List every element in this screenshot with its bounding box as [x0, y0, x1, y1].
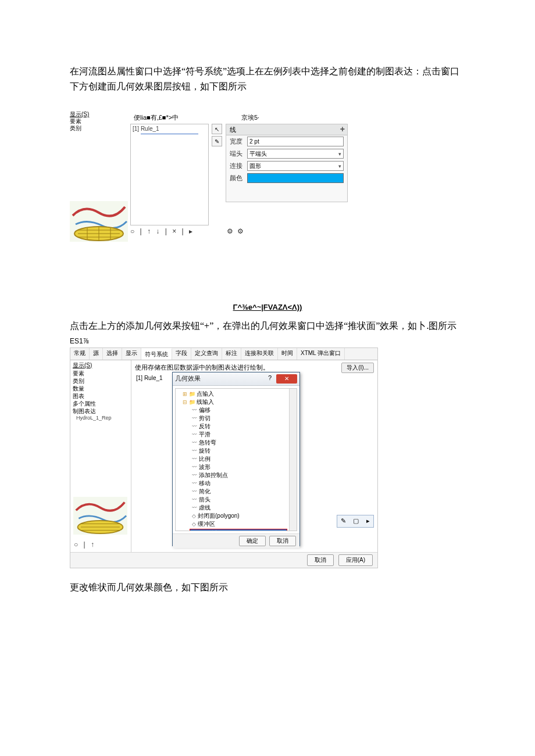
leftcat-features[interactable]: 要素 [73, 370, 129, 377]
mini-tool-pen-icon[interactable]: ✎ [341, 517, 346, 525]
fig2-show-header: 显示(S) [73, 361, 129, 370]
effect-dash[interactable]: 虚线 [199, 504, 211, 512]
tab-xtml[interactable]: XTML 弹出窗口 [297, 348, 345, 360]
group-point-input[interactable]: 点输入 [197, 390, 214, 397]
leftcat-rep-hydro[interactable]: HydroL_1_Rep [73, 415, 129, 421]
folder-icon: ⊞ 📁 [183, 391, 195, 397]
rule-list-2[interactable]: [1] Rule_1 [135, 374, 169, 385]
add-geometry-effect-button[interactable]: + [340, 124, 345, 134]
leftcat-representation[interactable]: 制图表达 [73, 407, 129, 415]
tab-fields[interactable]: 字段 [172, 348, 191, 360]
polygon-icon: ◇ [203, 529, 207, 531]
effect-enclosing-polygon[interactable]: 封闭面(polygon) [198, 512, 240, 520]
fig1-bottom-toolbar[interactable]: ○ | ↑ ↓ | × | ▸ [130, 227, 194, 235]
tab-labels[interactable]: 标注 [222, 348, 241, 360]
dialog-titlebar: 几何效果 ? ✕ [173, 372, 299, 386]
leftcat-categories[interactable]: 类别 [73, 377, 129, 385]
dialog-close-button[interactable]: ✕ [276, 374, 297, 384]
line-effect-icon: 〰 [192, 439, 197, 447]
fig1-tool-column: ↖ ✎ [212, 124, 222, 148]
fig1-header-show: 显示(S) [70, 111, 89, 117]
effect-cut[interactable]: 剪切 [199, 414, 211, 422]
line-effect-icon: 〰 [192, 504, 197, 512]
tab-selection[interactable]: 选择 [103, 348, 122, 360]
line-effect-icon: 〰 [192, 406, 197, 414]
paragraph-3: 更改锥状而几何效果颜色，如下图所示 [70, 580, 465, 595]
fig1-header-categories: 类别 [70, 125, 102, 132]
width-input[interactable]: 2 pt [247, 137, 344, 146]
figure-1-symbol-system: 显示(S) 要素 类别 便lia■有,£■*>中 京埃5· [1] Rule_1… [70, 111, 349, 262]
fig1-top-label-garbled: 便lia■有,£■*>中 [134, 113, 179, 122]
effect-tapered-polygon-selected[interactable]: ◇锥状面 [190, 529, 287, 531]
map-preview-icon-2 [73, 497, 128, 535]
garbled-label-es1: ES1⅞ [70, 337, 465, 345]
tab-joins[interactable]: 连接和关联 [241, 348, 278, 360]
mini-tool-rect-icon[interactable]: ▢ [353, 517, 359, 525]
tool-arrow-icon[interactable]: ↖ [212, 124, 222, 134]
tab-source[interactable]: 源 [90, 348, 103, 360]
line-effect-icon: 〰 [192, 479, 197, 488]
color-swatch[interactable] [247, 173, 344, 183]
effect-reverse[interactable]: 反转 [199, 422, 211, 431]
panel-tab-line[interactable]: 线 [230, 126, 236, 134]
rule-list[interactable]: [1] Rule_1 [130, 124, 209, 225]
effect-simplify[interactable]: 简化 [199, 488, 211, 496]
dialog-title: 几何效果 [175, 374, 265, 383]
effect-jog[interactable]: 急转弯 [199, 439, 216, 447]
line-effect-icon: 〰 [192, 471, 197, 479]
tree-scrollbar[interactable] [289, 389, 297, 531]
cap-label: 端头 [230, 149, 247, 158]
line-effect-icon: 〰 [192, 431, 197, 439]
leftcat-charts[interactable]: 图表 [73, 392, 129, 400]
effect-move[interactable]: 移动 [199, 479, 211, 488]
effect-smooth[interactable]: 平滑 [199, 431, 211, 439]
tool-pen-icon[interactable]: ✎ [212, 136, 222, 146]
group-line-input[interactable]: 线输入 [197, 399, 214, 405]
effect-addctrl[interactable]: 添加控制点 [199, 471, 228, 479]
geometry-effect-dialog: 几何效果 ? ✕ ⊞ 📁点输入 ⊟ 📁线输入 〰偏移 〰剪切 〰反转 〰平滑 〰… [172, 372, 300, 546]
dialog-ok-button[interactable]: 确定 [239, 536, 266, 546]
line-effect-icon: 〰 [192, 488, 197, 496]
effect-arrow[interactable]: 箭头 [199, 496, 211, 504]
figure-2-geometry-effect-dialog: 常规 源 选择 显示 符号系统 字段 定义查询 标注 连接和关联 时间 XTML… [70, 347, 378, 568]
polygon-icon: ◇ [192, 512, 196, 520]
paragraph-1: 在河流图丛属性窗口中选择“符号系统”选项上在左例列表中选择之前创建的制图表达：点… [70, 64, 465, 94]
footer-apply-button[interactable]: 应用(A) [338, 554, 373, 566]
dialog-cancel-button[interactable]: 取消 [269, 536, 296, 546]
mini-tool-play-icon[interactable]: ▸ [366, 517, 370, 525]
effect-buffer[interactable]: 缓冲区 [198, 520, 215, 528]
cap-dropdown[interactable]: 平端头 [247, 149, 344, 159]
effect-rotate[interactable]: 旋转 [199, 447, 211, 455]
layer-properties-footer: 取消 应用(A) [70, 552, 377, 568]
paragraph-2: 点击左上方的添加几何效果按钮“+”，在弹出的几何效果窗口中选择“推状面”效果，如… [70, 318, 465, 334]
dialog-help-icon[interactable]: ? [265, 374, 274, 384]
fig1-bottom-toolbar-2[interactable]: ⚙ ⚙ [227, 227, 245, 235]
leftcat-multiattr[interactable]: 多个属性 [73, 400, 129, 407]
footer-cancel-button[interactable]: 取消 [307, 554, 334, 566]
tab-general[interactable]: 常规 [70, 348, 90, 360]
folder-icon: ⊟ 📁 [183, 399, 195, 405]
leftcat-quantities[interactable]: 数量 [73, 385, 129, 392]
tab-display[interactable]: 显示 [122, 348, 141, 360]
effect-offset[interactable]: 偏移 [199, 406, 211, 414]
effect-scale[interactable]: 比例 [199, 455, 211, 463]
tab-symbology[interactable]: 符号系统 [141, 348, 172, 360]
join-label: 连接 [230, 162, 247, 170]
effect-wave[interactable]: 波形 [199, 463, 211, 471]
fig1-left-column: 显示(S) 要素 类别 [70, 111, 102, 132]
import-button[interactable]: 导入(I)... [341, 363, 374, 373]
effect-tree: ⊞ 📁点输入 ⊟ 📁线输入 〰偏移 〰剪切 〰反转 〰平滑 〰急转弯 〰旋转 〰… [175, 388, 297, 531]
line-effect-icon: 〰 [192, 422, 197, 431]
line-effect-icon: 〰 [192, 463, 197, 471]
garbled-formula-text: Γ^⅜e^~|FVAZΛ<Λ)) [70, 303, 465, 311]
layer-properties-tabs: 常规 源 选择 显示 符号系统 字段 定义查询 标注 连接和关联 时间 XTML… [70, 348, 377, 360]
fig2-left-bottom-toolbar[interactable]: ○ | ↑ [74, 540, 96, 549]
line-effect-icon: 〰 [192, 414, 197, 422]
instruction-text: 使用存储在图层数据源中的制图表达进行绘制。 [135, 363, 269, 372]
tab-defquery[interactable]: 定义查询 [191, 348, 222, 360]
join-dropdown[interactable]: 圆形 [247, 161, 344, 171]
fig2-mini-toolbox: ✎ ▢ ▸ [337, 515, 374, 528]
tab-time[interactable]: 时间 [278, 348, 297, 360]
line-effect-icon: 〰 [192, 447, 197, 455]
rule-item-1[interactable]: [1] Rule_1 [133, 126, 206, 132]
